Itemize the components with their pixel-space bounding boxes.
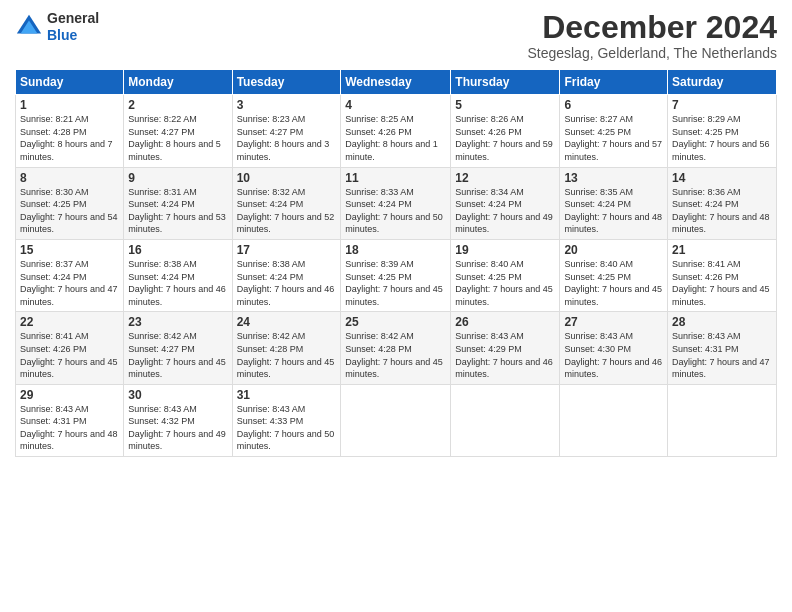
day-detail: Sunrise: 8:41 AM Sunset: 4:26 PM Dayligh… xyxy=(20,330,119,380)
day-detail: Sunrise: 8:43 AM Sunset: 4:31 PM Dayligh… xyxy=(20,403,119,453)
title-block: December 2024 Stegeslag, Gelderland, The… xyxy=(527,10,777,61)
day-number: 21 xyxy=(672,243,772,257)
day-detail: Sunrise: 8:36 AM Sunset: 4:24 PM Dayligh… xyxy=(672,186,772,236)
day-number: 18 xyxy=(345,243,446,257)
calendar-week-3: 15 Sunrise: 8:37 AM Sunset: 4:24 PM Dayl… xyxy=(16,239,777,311)
day-number: 11 xyxy=(345,171,446,185)
calendar-cell-w3-d5: 20 Sunrise: 8:40 AM Sunset: 4:25 PM Dayl… xyxy=(560,239,668,311)
header: General Blue December 2024 Stegeslag, Ge… xyxy=(15,10,777,61)
day-detail: Sunrise: 8:40 AM Sunset: 4:25 PM Dayligh… xyxy=(455,258,555,308)
calendar-cell-w2-d1: 9 Sunrise: 8:31 AM Sunset: 4:24 PM Dayli… xyxy=(124,167,232,239)
day-number: 14 xyxy=(672,171,772,185)
header-friday: Friday xyxy=(560,70,668,95)
day-detail: Sunrise: 8:37 AM Sunset: 4:24 PM Dayligh… xyxy=(20,258,119,308)
header-thursday: Thursday xyxy=(451,70,560,95)
day-detail: Sunrise: 8:42 AM Sunset: 4:28 PM Dayligh… xyxy=(345,330,446,380)
calendar-cell-w4-d6: 28 Sunrise: 8:43 AM Sunset: 4:31 PM Dayl… xyxy=(668,312,777,384)
calendar-week-5: 29 Sunrise: 8:43 AM Sunset: 4:31 PM Dayl… xyxy=(16,384,777,456)
day-number: 9 xyxy=(128,171,227,185)
calendar-cell-w1-d4: 5 Sunrise: 8:26 AM Sunset: 4:26 PM Dayli… xyxy=(451,95,560,167)
location: Stegeslag, Gelderland, The Netherlands xyxy=(527,45,777,61)
day-detail: Sunrise: 8:27 AM Sunset: 4:25 PM Dayligh… xyxy=(564,113,663,163)
calendar-cell-w1-d6: 7 Sunrise: 8:29 AM Sunset: 4:25 PM Dayli… xyxy=(668,95,777,167)
day-number: 10 xyxy=(237,171,337,185)
day-number: 4 xyxy=(345,98,446,112)
calendar-cell-w4-d1: 23 Sunrise: 8:42 AM Sunset: 4:27 PM Dayl… xyxy=(124,312,232,384)
calendar-cell-w5-d6 xyxy=(668,384,777,456)
calendar-cell-w3-d3: 18 Sunrise: 8:39 AM Sunset: 4:25 PM Dayl… xyxy=(341,239,451,311)
day-number: 27 xyxy=(564,315,663,329)
day-detail: Sunrise: 8:43 AM Sunset: 4:29 PM Dayligh… xyxy=(455,330,555,380)
day-number: 7 xyxy=(672,98,772,112)
day-detail: Sunrise: 8:38 AM Sunset: 4:24 PM Dayligh… xyxy=(237,258,337,308)
day-number: 1 xyxy=(20,98,119,112)
calendar-cell-w3-d0: 15 Sunrise: 8:37 AM Sunset: 4:24 PM Dayl… xyxy=(16,239,124,311)
header-saturday: Saturday xyxy=(668,70,777,95)
calendar-cell-w4-d4: 26 Sunrise: 8:43 AM Sunset: 4:29 PM Dayl… xyxy=(451,312,560,384)
day-number: 5 xyxy=(455,98,555,112)
day-detail: Sunrise: 8:35 AM Sunset: 4:24 PM Dayligh… xyxy=(564,186,663,236)
calendar-cell-w2-d0: 8 Sunrise: 8:30 AM Sunset: 4:25 PM Dayli… xyxy=(16,167,124,239)
day-detail: Sunrise: 8:42 AM Sunset: 4:28 PM Dayligh… xyxy=(237,330,337,380)
logo-general: General xyxy=(47,10,99,26)
calendar-week-2: 8 Sunrise: 8:30 AM Sunset: 4:25 PM Dayli… xyxy=(16,167,777,239)
day-number: 24 xyxy=(237,315,337,329)
day-number: 23 xyxy=(128,315,227,329)
calendar-cell-w2-d6: 14 Sunrise: 8:36 AM Sunset: 4:24 PM Dayl… xyxy=(668,167,777,239)
calendar-cell-w3-d1: 16 Sunrise: 8:38 AM Sunset: 4:24 PM Dayl… xyxy=(124,239,232,311)
calendar-cell-w4-d5: 27 Sunrise: 8:43 AM Sunset: 4:30 PM Dayl… xyxy=(560,312,668,384)
day-number: 29 xyxy=(20,388,119,402)
page: General Blue December 2024 Stegeslag, Ge… xyxy=(0,0,792,612)
day-detail: Sunrise: 8:41 AM Sunset: 4:26 PM Dayligh… xyxy=(672,258,772,308)
logo: General Blue xyxy=(15,10,99,44)
day-detail: Sunrise: 8:42 AM Sunset: 4:27 PM Dayligh… xyxy=(128,330,227,380)
day-detail: Sunrise: 8:29 AM Sunset: 4:25 PM Dayligh… xyxy=(672,113,772,163)
day-number: 31 xyxy=(237,388,337,402)
calendar-cell-w1-d0: 1 Sunrise: 8:21 AM Sunset: 4:28 PM Dayli… xyxy=(16,95,124,167)
day-number: 3 xyxy=(237,98,337,112)
day-number: 8 xyxy=(20,171,119,185)
day-detail: Sunrise: 8:39 AM Sunset: 4:25 PM Dayligh… xyxy=(345,258,446,308)
calendar-header-row: Sunday Monday Tuesday Wednesday Thursday… xyxy=(16,70,777,95)
day-detail: Sunrise: 8:26 AM Sunset: 4:26 PM Dayligh… xyxy=(455,113,555,163)
calendar-cell-w5-d0: 29 Sunrise: 8:43 AM Sunset: 4:31 PM Dayl… xyxy=(16,384,124,456)
header-wednesday: Wednesday xyxy=(341,70,451,95)
day-number: 6 xyxy=(564,98,663,112)
logo-icon xyxy=(15,13,43,41)
calendar-cell-w1-d3: 4 Sunrise: 8:25 AM Sunset: 4:26 PM Dayli… xyxy=(341,95,451,167)
day-detail: Sunrise: 8:40 AM Sunset: 4:25 PM Dayligh… xyxy=(564,258,663,308)
month-title: December 2024 xyxy=(527,10,777,45)
calendar-cell-w3-d2: 17 Sunrise: 8:38 AM Sunset: 4:24 PM Dayl… xyxy=(232,239,341,311)
day-number: 2 xyxy=(128,98,227,112)
day-detail: Sunrise: 8:43 AM Sunset: 4:30 PM Dayligh… xyxy=(564,330,663,380)
calendar-cell-w2-d2: 10 Sunrise: 8:32 AM Sunset: 4:24 PM Dayl… xyxy=(232,167,341,239)
day-number: 25 xyxy=(345,315,446,329)
day-detail: Sunrise: 8:21 AM Sunset: 4:28 PM Dayligh… xyxy=(20,113,119,163)
day-number: 16 xyxy=(128,243,227,257)
day-number: 30 xyxy=(128,388,227,402)
header-sunday: Sunday xyxy=(16,70,124,95)
day-detail: Sunrise: 8:30 AM Sunset: 4:25 PM Dayligh… xyxy=(20,186,119,236)
calendar-table: Sunday Monday Tuesday Wednesday Thursday… xyxy=(15,69,777,457)
day-number: 28 xyxy=(672,315,772,329)
calendar-cell-w4-d3: 25 Sunrise: 8:42 AM Sunset: 4:28 PM Dayl… xyxy=(341,312,451,384)
calendar-cell-w5-d1: 30 Sunrise: 8:43 AM Sunset: 4:32 PM Dayl… xyxy=(124,384,232,456)
calendar-cell-w3-d4: 19 Sunrise: 8:40 AM Sunset: 4:25 PM Dayl… xyxy=(451,239,560,311)
day-number: 22 xyxy=(20,315,119,329)
logo-blue: Blue xyxy=(47,27,77,43)
logo-text: General Blue xyxy=(47,10,99,44)
day-detail: Sunrise: 8:43 AM Sunset: 4:31 PM Dayligh… xyxy=(672,330,772,380)
calendar-cell-w5-d3 xyxy=(341,384,451,456)
calendar-cell-w5-d5 xyxy=(560,384,668,456)
day-detail: Sunrise: 8:31 AM Sunset: 4:24 PM Dayligh… xyxy=(128,186,227,236)
calendar-cell-w5-d4 xyxy=(451,384,560,456)
day-detail: Sunrise: 8:32 AM Sunset: 4:24 PM Dayligh… xyxy=(237,186,337,236)
day-number: 26 xyxy=(455,315,555,329)
calendar-cell-w2-d5: 13 Sunrise: 8:35 AM Sunset: 4:24 PM Dayl… xyxy=(560,167,668,239)
day-detail: Sunrise: 8:43 AM Sunset: 4:33 PM Dayligh… xyxy=(237,403,337,453)
day-detail: Sunrise: 8:43 AM Sunset: 4:32 PM Dayligh… xyxy=(128,403,227,453)
day-detail: Sunrise: 8:38 AM Sunset: 4:24 PM Dayligh… xyxy=(128,258,227,308)
day-detail: Sunrise: 8:25 AM Sunset: 4:26 PM Dayligh… xyxy=(345,113,446,163)
day-number: 17 xyxy=(237,243,337,257)
calendar-cell-w4-d2: 24 Sunrise: 8:42 AM Sunset: 4:28 PM Dayl… xyxy=(232,312,341,384)
